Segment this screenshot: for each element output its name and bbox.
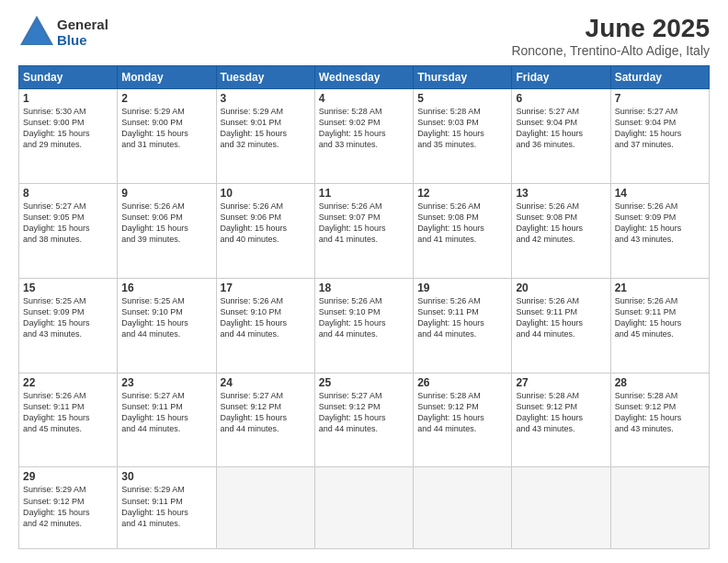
table-row: 8 Sunrise: 5:27 AM Sunset: 9:05 PM Dayli… xyxy=(19,183,710,278)
day-cell-1: 1 Sunrise: 5:30 AM Sunset: 9:00 PM Dayli… xyxy=(19,89,118,184)
day-cell-empty xyxy=(512,467,610,549)
day-cell-22: 22 Sunrise: 5:26 AM Sunset: 9:11 PM Dayl… xyxy=(19,373,118,467)
day-cell-14: 14 Sunrise: 5:26 AM Sunset: 9:09 PM Dayl… xyxy=(610,183,709,278)
title-block: June 2025 Roncone, Trentino-Alto Adige, … xyxy=(511,14,710,58)
table-row: 1 Sunrise: 5:30 AM Sunset: 9:00 PM Dayli… xyxy=(19,89,710,184)
col-friday: Friday xyxy=(512,66,610,89)
day-cell-empty xyxy=(414,467,512,549)
day-cell-26: 26 Sunrise: 5:28 AM Sunset: 9:12 PM Dayl… xyxy=(414,373,512,467)
location-title: Roncone, Trentino-Alto Adige, Italy xyxy=(511,43,710,58)
day-cell-30: 30 Sunrise: 5:29 AM Sunset: 9:11 PM Dayl… xyxy=(118,467,216,549)
calendar-header-row: Sunday Monday Tuesday Wednesday Thursday… xyxy=(19,66,710,89)
day-cell-empty xyxy=(314,467,413,549)
day-cell-10: 10 Sunrise: 5:26 AM Sunset: 9:06 PM Dayl… xyxy=(216,183,314,278)
day-cell-4: 4 Sunrise: 5:28 AM Sunset: 9:02 PM Dayli… xyxy=(314,89,413,184)
day-cell-empty xyxy=(610,467,709,549)
logo: General Blue xyxy=(18,14,108,51)
day-cell-6: 6 Sunrise: 5:27 AM Sunset: 9:04 PM Dayli… xyxy=(512,89,610,184)
table-row: 15 Sunrise: 5:25 AM Sunset: 9:09 PM Dayl… xyxy=(19,278,710,373)
col-saturday: Saturday xyxy=(610,66,709,89)
day-cell-16: 16 Sunrise: 5:25 AM Sunset: 9:10 PM Dayl… xyxy=(118,278,216,373)
page: General Blue June 2025 Roncone, Trentino… xyxy=(0,0,728,563)
day-cell-17: 17 Sunrise: 5:26 AM Sunset: 9:10 PM Dayl… xyxy=(216,278,314,373)
logo-icon xyxy=(18,14,55,47)
day-cell-8: 8 Sunrise: 5:27 AM Sunset: 9:05 PM Dayli… xyxy=(19,183,118,278)
day-cell-5: 5 Sunrise: 5:28 AM Sunset: 9:03 PM Dayli… xyxy=(414,89,512,184)
table-row: 29 Sunrise: 5:29 AM Sunset: 9:12 PM Dayl… xyxy=(19,467,710,549)
calendar-table: Sunday Monday Tuesday Wednesday Thursday… xyxy=(18,65,710,549)
day-cell-9: 9 Sunrise: 5:26 AM Sunset: 9:06 PM Dayli… xyxy=(118,183,216,278)
col-sunday: Sunday xyxy=(19,66,118,89)
col-wednesday: Wednesday xyxy=(314,66,413,89)
day-cell-3: 3 Sunrise: 5:29 AM Sunset: 9:01 PM Dayli… xyxy=(216,89,314,184)
logo-general-text: General xyxy=(57,17,108,32)
col-thursday: Thursday xyxy=(414,66,512,89)
day-cell-24: 24 Sunrise: 5:27 AM Sunset: 9:12 PM Dayl… xyxy=(216,373,314,467)
month-title: June 2025 xyxy=(511,14,710,43)
day-cell-13: 13 Sunrise: 5:26 AM Sunset: 9:08 PM Dayl… xyxy=(512,183,610,278)
day-cell-12: 12 Sunrise: 5:26 AM Sunset: 9:08 PM Dayl… xyxy=(414,183,512,278)
day-cell-empty xyxy=(216,467,314,549)
day-cell-15: 15 Sunrise: 5:25 AM Sunset: 9:09 PM Dayl… xyxy=(19,278,118,373)
day-cell-29: 29 Sunrise: 5:29 AM Sunset: 9:12 PM Dayl… xyxy=(19,467,118,549)
day-cell-23: 23 Sunrise: 5:27 AM Sunset: 9:11 PM Dayl… xyxy=(118,373,216,467)
day-cell-7: 7 Sunrise: 5:27 AM Sunset: 9:04 PM Dayli… xyxy=(610,89,709,184)
header: General Blue June 2025 Roncone, Trentino… xyxy=(18,14,710,58)
day-cell-11: 11 Sunrise: 5:26 AM Sunset: 9:07 PM Dayl… xyxy=(314,183,413,278)
day-cell-21: 21 Sunrise: 5:26 AM Sunset: 9:11 PM Dayl… xyxy=(610,278,709,373)
day-cell-19: 19 Sunrise: 5:26 AM Sunset: 9:11 PM Dayl… xyxy=(414,278,512,373)
day-cell-2: 2 Sunrise: 5:29 AM Sunset: 9:00 PM Dayli… xyxy=(118,89,216,184)
col-tuesday: Tuesday xyxy=(216,66,314,89)
day-cell-27: 27 Sunrise: 5:28 AM Sunset: 9:12 PM Dayl… xyxy=(512,373,610,467)
day-cell-20: 20 Sunrise: 5:26 AM Sunset: 9:11 PM Dayl… xyxy=(512,278,610,373)
day-cell-28: 28 Sunrise: 5:28 AM Sunset: 9:12 PM Dayl… xyxy=(610,373,709,467)
logo-blue-text: Blue xyxy=(57,32,108,48)
day-cell-25: 25 Sunrise: 5:27 AM Sunset: 9:12 PM Dayl… xyxy=(314,373,413,467)
day-cell-18: 18 Sunrise: 5:26 AM Sunset: 9:10 PM Dayl… xyxy=(314,278,413,373)
col-monday: Monday xyxy=(118,66,216,89)
table-row: 22 Sunrise: 5:26 AM Sunset: 9:11 PM Dayl… xyxy=(19,373,710,467)
